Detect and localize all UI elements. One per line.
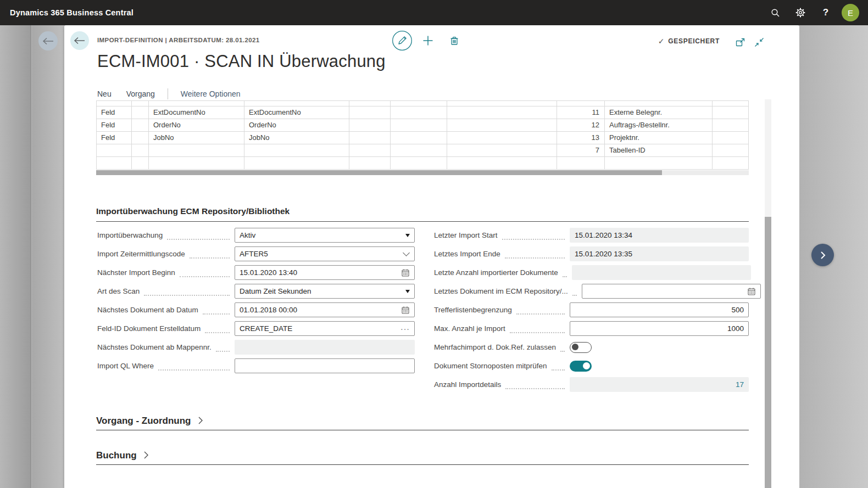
grid-cell[interactable] — [447, 132, 557, 144]
import-ql-where-field[interactable] — [235, 358, 415, 373]
grid-cell[interactable] — [349, 106, 391, 119]
topbar-actions: ? E — [763, 0, 868, 25]
grid-cell[interactable] — [132, 144, 149, 156]
grid-cell[interactable] — [244, 157, 349, 169]
grid-cell[interactable]: Auftrags-/Bestellnr. — [605, 119, 713, 131]
grid-cell[interactable] — [557, 157, 605, 169]
section-buchung[interactable]: Buchung — [96, 450, 749, 465]
grid-cell[interactable] — [132, 106, 149, 119]
naechster-import-beginn-field[interactable]: 15.01.2020 13:40 — [235, 265, 415, 280]
grid-cell[interactable]: 7 — [557, 144, 605, 156]
trefferlistenbegrenzung-field[interactable]: 500 — [570, 302, 749, 317]
field-label: Art des Scan — [97, 287, 140, 295]
grid-cell[interactable]: 13 — [557, 132, 605, 144]
grid-cell[interactable] — [132, 157, 149, 169]
grid-cell[interactable] — [349, 157, 391, 169]
grid-cell[interactable] — [391, 119, 447, 131]
grid-cell[interactable]: Projektnr. — [605, 132, 713, 144]
grid-cell[interactable]: Feld — [97, 119, 132, 131]
toggle-knob — [583, 362, 590, 369]
field-label: Nächstes Dokument ab Mappennr. — [97, 343, 212, 351]
grid-cell[interactable] — [605, 157, 713, 169]
grid-cell[interactable]: ExtDocumentNo — [244, 106, 349, 119]
dotted-leader — [144, 287, 230, 296]
grid-cell[interactable]: Feld — [97, 106, 132, 119]
horizontal-scrollbar[interactable] — [96, 170, 749, 175]
mehrfachimport-toggle[interactable] — [570, 342, 592, 353]
dotted-leader — [552, 362, 565, 371]
vertical-scrollbar-thumb[interactable] — [765, 217, 771, 488]
menu-item-vorgang[interactable]: Vorgang — [126, 89, 155, 98]
anzahl-importdetails-field[interactable]: 17 — [570, 377, 749, 392]
edit-pencil-icon[interactable] — [392, 30, 413, 51]
grid-cell[interactable]: 12 — [557, 119, 605, 131]
back-button[interactable] — [70, 31, 89, 50]
grid-cell[interactable] — [149, 144, 244, 156]
section-vorgang-zuordnung[interactable]: Vorgang - Zuordnung — [96, 416, 749, 430]
collapse-page-icon[interactable] — [754, 37, 764, 47]
field-label: Import Zeitermittlungscode — [97, 250, 185, 258]
feld-id-erstelldatum-field[interactable]: CREATE_DATE ··· — [235, 321, 415, 336]
grid-cell[interactable] — [447, 106, 557, 119]
grid-cell[interactable]: Feld — [97, 132, 132, 144]
grid-cell[interactable] — [447, 157, 557, 169]
grid-cell[interactable]: Externe Belegnr. — [605, 106, 713, 119]
grid-cell[interactable] — [149, 157, 244, 169]
grid-cell[interactable] — [349, 119, 391, 131]
calendar-icon[interactable] — [401, 268, 410, 277]
grid-cell[interactable] — [447, 144, 557, 156]
menu-item-neu[interactable]: Neu — [97, 89, 112, 98]
zeitermittlungscode-combobox[interactable]: AFTER5 — [235, 246, 415, 261]
chevron-down-icon — [403, 249, 410, 256]
grid-cell[interactable] — [713, 132, 749, 144]
menu-item-weitere-optionen[interactable]: Weitere Optionen — [181, 89, 241, 98]
grid-cell[interactable]: Tabellen-ID — [605, 144, 713, 156]
art-des-scan-select[interactable]: Datum Zeit Sekunden — [235, 284, 415, 299]
horizontal-scrollbar-thumb[interactable] — [96, 170, 662, 175]
grid-cell[interactable] — [391, 144, 447, 156]
grid-cell[interactable]: 11 — [557, 106, 605, 119]
grid-cell[interactable] — [391, 132, 447, 144]
grid-cell[interactable]: JobNo — [244, 132, 349, 144]
vertical-scrollbar[interactable] — [765, 99, 771, 488]
next-record-button[interactable] — [811, 244, 834, 266]
stornoposten-toggle[interactable] — [570, 361, 592, 372]
assist-edit-ellipsis-icon[interactable]: ··· — [400, 326, 410, 332]
field-label: Dokument Stornoposten mitprüfen — [434, 362, 547, 370]
help-icon[interactable]: ? — [813, 0, 838, 25]
avatar[interactable]: E — [842, 4, 859, 21]
grid-cell[interactable] — [349, 144, 391, 156]
grid-cell[interactable]: OrderNo — [149, 119, 244, 131]
grid-cell[interactable] — [97, 157, 132, 169]
open-in-window-icon[interactable] — [736, 38, 745, 47]
calendar-icon[interactable] — [401, 306, 410, 315]
grid-cell[interactable] — [713, 106, 749, 119]
grid-cell[interactable] — [132, 119, 149, 131]
settings-gear-icon[interactable] — [788, 0, 813, 25]
delete-trash-icon[interactable] — [449, 35, 460, 46]
grid-cell[interactable] — [391, 157, 447, 169]
add-icon[interactable] — [422, 35, 433, 46]
max-anzahl-je-import-field[interactable]: 1000 — [570, 321, 749, 336]
grid-cell[interactable]: OrderNo — [244, 119, 349, 131]
grid-cell[interactable] — [132, 132, 149, 144]
grid-cell[interactable] — [713, 144, 749, 156]
letztes-dokument-ecm-field[interactable] — [582, 284, 761, 299]
grid-cell[interactable] — [447, 119, 557, 131]
grid-cell[interactable] — [349, 132, 391, 144]
grid-cell[interactable] — [244, 144, 349, 156]
importueberwachung-select[interactable]: Aktiv — [235, 228, 415, 243]
search-icon[interactable] — [763, 0, 788, 25]
naechstes-dokument-ab-datum-field[interactable]: 01.01.2018 00:00 — [235, 302, 415, 317]
page-card: IMPORT-DEFINITION | ARBEITSDATUM: 28.01.… — [64, 25, 799, 488]
grid-cell[interactable] — [713, 157, 749, 169]
back-button-outer[interactable] — [38, 31, 58, 51]
dotted-leader — [516, 306, 565, 315]
table-row: Feld OrderNo OrderNo 12 Auftrags-/Bestel… — [97, 119, 749, 132]
grid-cell[interactable] — [713, 119, 749, 131]
calendar-icon[interactable] — [747, 287, 756, 296]
grid-cell[interactable]: ExtDocumentNo — [149, 106, 244, 119]
grid-cell[interactable] — [391, 106, 447, 119]
grid-cell[interactable]: JobNo — [149, 132, 244, 144]
grid-cell[interactable] — [97, 144, 132, 156]
